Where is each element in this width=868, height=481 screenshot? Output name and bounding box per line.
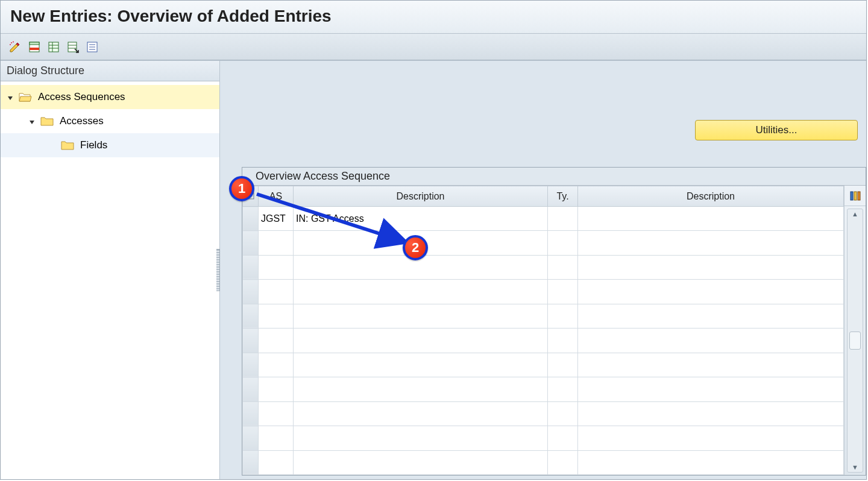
- tree-node-access-sequences[interactable]: Access Sequences: [1, 85, 219, 109]
- cell-desc2[interactable]: [578, 377, 844, 401]
- cell-ty[interactable]: [548, 401, 578, 426]
- page-title: New Entries: Overview of Added Entries: [10, 7, 857, 26]
- folder-open-icon: [19, 92, 32, 102]
- svg-point-1: [13, 41, 14, 42]
- cell-desc2[interactable]: [578, 255, 844, 279]
- row-selector[interactable]: [243, 426, 259, 450]
- tree-node-fields[interactable]: Fields: [1, 133, 219, 157]
- cell-as[interactable]: [259, 353, 294, 377]
- row-selector[interactable]: [243, 401, 259, 426]
- tree-node-label: Accesses: [60, 115, 104, 127]
- cell-ty[interactable]: [548, 304, 578, 328]
- svg-rect-20: [858, 192, 860, 200]
- annotation-badge-2: 2: [403, 235, 428, 260]
- collapse-icon[interactable]: [7, 93, 15, 101]
- toolbar-select-all-button[interactable]: [45, 39, 62, 55]
- row-selector[interactable]: [243, 353, 259, 377]
- main-area: Dialog Structure Access Sequences: [1, 60, 866, 479]
- annotation-arrow: [254, 189, 415, 256]
- row-selector[interactable]: [243, 329, 259, 353]
- cell-as[interactable]: [259, 280, 294, 304]
- row-selector[interactable]: [243, 377, 259, 401]
- cell-desc1[interactable]: [294, 377, 548, 401]
- toolbar-edit-button[interactable]: [7, 39, 24, 55]
- dialog-structure-tree: Access Sequences Accesses: [1, 81, 219, 161]
- table-delete-icon: [28, 40, 41, 54]
- cell-as[interactable]: [259, 450, 294, 474]
- table-row[interactable]: [243, 353, 844, 377]
- column-header-ty[interactable]: Ty.: [548, 186, 578, 207]
- cell-desc2[interactable]: [578, 207, 844, 231]
- cell-ty[interactable]: [548, 329, 578, 353]
- cell-as[interactable]: [259, 304, 294, 328]
- toolbar-print-button[interactable]: [84, 39, 101, 55]
- table-row[interactable]: [243, 304, 844, 328]
- title-bar: New Entries: Overview of Added Entries: [1, 1, 866, 34]
- cell-ty[interactable]: [548, 450, 578, 474]
- cell-as[interactable]: [259, 255, 294, 279]
- svg-rect-10: [68, 42, 77, 52]
- cell-as[interactable]: [259, 377, 294, 401]
- cell-ty[interactable]: [548, 377, 578, 401]
- folder-icon: [61, 140, 74, 151]
- row-selector[interactable]: [243, 450, 259, 474]
- tree-node-label: Access Sequences: [38, 91, 125, 103]
- table-row[interactable]: [243, 329, 844, 353]
- configure-columns-button[interactable]: [844, 186, 866, 206]
- splitter-handle[interactable]: [216, 249, 220, 291]
- toolbar: [1, 34, 866, 60]
- row-selector[interactable]: [243, 304, 259, 328]
- table-row[interactable]: [243, 401, 844, 426]
- cell-desc2[interactable]: [578, 304, 844, 328]
- toolbar-delete-row-button[interactable]: [26, 39, 43, 55]
- table-row[interactable]: [243, 450, 844, 474]
- cell-ty[interactable]: [548, 231, 578, 255]
- toolbar-export-button[interactable]: [64, 39, 81, 55]
- cell-desc2[interactable]: [578, 450, 844, 474]
- table-row[interactable]: [243, 426, 844, 450]
- table-row[interactable]: [243, 377, 844, 401]
- scroll-up-icon[interactable]: ▲: [852, 210, 858, 218]
- cell-desc1[interactable]: [294, 304, 548, 328]
- vertical-scrollbar[interactable]: ▲ ▼: [847, 209, 863, 473]
- overview-table: Overview Access Sequence: [242, 167, 866, 476]
- cell-desc2[interactable]: [578, 426, 844, 450]
- cell-desc1[interactable]: [294, 450, 548, 474]
- row-selector[interactable]: [243, 255, 259, 279]
- scroll-down-icon[interactable]: ▼: [852, 464, 858, 471]
- table-row[interactable]: [243, 255, 844, 279]
- pencil-icon: [8, 40, 22, 54]
- cell-desc1[interactable]: [294, 401, 548, 426]
- row-selector[interactable]: [243, 280, 259, 304]
- cell-desc1[interactable]: [294, 426, 548, 450]
- utilities-button[interactable]: Utilities...: [695, 120, 858, 140]
- cell-desc1[interactable]: [294, 329, 548, 353]
- cell-ty[interactable]: [548, 207, 578, 231]
- dialog-structure-panel: Dialog Structure Access Sequences: [1, 60, 220, 479]
- cell-ty[interactable]: [548, 353, 578, 377]
- cell-desc2[interactable]: [578, 231, 844, 255]
- cell-as[interactable]: [259, 329, 294, 353]
- table-row[interactable]: [243, 280, 844, 304]
- collapse-icon[interactable]: [28, 117, 37, 125]
- cell-ty[interactable]: [548, 280, 578, 304]
- cell-as[interactable]: [259, 401, 294, 426]
- dialog-structure-header: Dialog Structure: [1, 61, 219, 81]
- cell-desc2[interactable]: [578, 329, 844, 353]
- cell-desc2[interactable]: [578, 353, 844, 377]
- cell-desc2[interactable]: [578, 280, 844, 304]
- column-header-description-2[interactable]: Description: [578, 186, 844, 207]
- cell-ty[interactable]: [548, 426, 578, 450]
- svg-line-21: [257, 194, 403, 241]
- cell-desc2[interactable]: [578, 401, 844, 426]
- cell-desc1[interactable]: [294, 353, 548, 377]
- columns-icon: [849, 190, 861, 202]
- tree-node-accesses[interactable]: Accesses: [1, 109, 219, 133]
- cell-ty[interactable]: [548, 255, 578, 279]
- svg-point-2: [10, 44, 11, 45]
- cell-as[interactable]: [259, 426, 294, 450]
- svg-rect-19: [854, 192, 857, 200]
- svg-rect-18: [851, 192, 853, 200]
- cell-desc1[interactable]: [294, 280, 548, 304]
- scroll-thumb[interactable]: [849, 332, 861, 350]
